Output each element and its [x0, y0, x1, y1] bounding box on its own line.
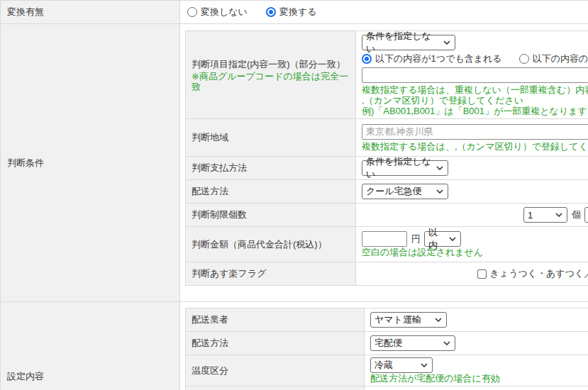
settings-method-row: 配送方法 宅配便 — [186, 332, 588, 355]
carrier-select-value: ヤマト運輸 — [375, 313, 421, 326]
shipping-method-label: 配送方法 — [192, 185, 350, 198]
chevron-down-icon — [555, 213, 562, 217]
asuraku-label: 判断あす楽フラグ — [192, 267, 350, 280]
next-row-cutoff — [186, 386, 588, 390]
amount-comparator-select[interactable]: 以内 — [424, 231, 461, 247]
region-input[interactable] — [362, 124, 588, 140]
conversion-yes-label[interactable]: 変換する — [279, 6, 317, 18]
quantity-select-value: 1 — [528, 210, 533, 221]
region-help: 複数指定する場合は、,（カンマ区切り）で登録してください — [362, 141, 588, 152]
settings-method-select-value: 宅配便 — [375, 337, 402, 350]
conversion-no-option[interactable]: 変換しない — [187, 6, 248, 18]
chevron-down-icon — [435, 318, 442, 322]
settings-method-label: 配送方法 — [192, 337, 358, 350]
shipping-method-select[interactable]: クール宅急便 — [362, 184, 448, 199]
settings-section-label: 設定内容 — [1, 302, 180, 390]
chevron-down-icon — [443, 341, 450, 345]
payment-row: 判断支払方法 条件を指定しない — [186, 157, 588, 180]
judgment-section-row: 判断条件 判断項目指定(内容一致)（部分一致） ※商品グループコードの場合は完全… — [1, 24, 588, 302]
conversion-label: 変換有無 — [1, 1, 180, 23]
item-spec-select[interactable]: 条件を指定しない — [362, 35, 455, 50]
amount-row: 判断金額（商品代金合計(税込)） 円 以内 空白の場合は設定されません — [186, 227, 588, 262]
region-label: 判断地域 — [192, 131, 350, 144]
judgment-section-label: 判断条件 — [1, 24, 180, 301]
asuraku-checkbox[interactable] — [477, 269, 487, 279]
temperature-select-value: 冷蔵 — [375, 359, 393, 372]
item-spec-select-value: 条件を指定しない — [366, 30, 440, 55]
quantity-comparator-select[interactable]: 以上 — [584, 207, 588, 223]
item-spec-label-note: ※商品グループコードの場合は完全一致 — [192, 71, 350, 92]
match-any-label[interactable]: 以下の内容が1つでも含まれる — [375, 52, 502, 65]
temperature-row: 温度区分 冷蔵 配送方法が宅配便の場合に有効 — [186, 355, 588, 386]
judgment-table: 判断項目指定(内容一致)（部分一致） ※商品グループコードの場合は完全一致 条件… — [185, 30, 588, 286]
amount-input[interactable] — [362, 231, 407, 247]
chevron-down-icon — [449, 237, 456, 241]
payment-label: 判断支払方法 — [192, 162, 350, 174]
chevron-down-icon — [421, 363, 428, 367]
carrier-select[interactable]: ヤマト運輸 — [370, 312, 447, 328]
quantity-unit: 個 — [572, 208, 581, 221]
carrier-label: 配送業者 — [192, 313, 358, 326]
temperature-label: 温度区分 — [192, 364, 358, 377]
match-any-radio[interactable] — [362, 54, 372, 64]
item-spec-input[interactable] — [362, 67, 588, 83]
quantity-select[interactable]: 1 — [523, 207, 567, 223]
chevron-down-icon — [436, 189, 443, 194]
settings-section-row: 設定内容 配送業者 ヤマト運輸 配送方法 宅配便 — [1, 302, 588, 390]
quantity-row: 判断制限個数 1 個 以上 — [186, 204, 588, 227]
shipping-method-select-value: クール宅急便 — [366, 185, 422, 198]
asuraku-row: 判断あす楽フラグ きょうつく・あすつく／あす楽／お急ぎ便 — [186, 262, 588, 285]
item-spec-help-2: ,（カンマ区切り）で登録してください — [362, 95, 588, 106]
chevron-down-icon — [436, 166, 443, 170]
payment-select[interactable]: 条件を指定しない — [362, 160, 448, 176]
item-spec-help-1: 複数指定する場合は、重複しない（一部重複含む）内容を — [362, 84, 588, 95]
conversion-yes-option[interactable]: 変換する — [266, 6, 317, 18]
region-row: 判断地域 複数指定する場合は、,（カンマ区切り）で登録してください — [186, 119, 588, 157]
quantity-label: 判断制限個数 — [192, 208, 350, 221]
amount-unit: 円 — [411, 233, 421, 245]
match-only-radio[interactable] — [519, 54, 529, 64]
item-spec-row: 判断項目指定(内容一致)（部分一致） ※商品グループコードの場合は完全一致 条件… — [186, 31, 588, 119]
item-spec-help-3: 例)「AB001,B001」は「B001」が一部重複となります — [362, 106, 588, 116]
shipping-method-row: 配送方法 クール宅急便 — [186, 180, 588, 204]
amount-help: 空白の場合は設定されません — [362, 247, 588, 257]
temperature-help: 配送方法が宅配便の場合に有効 — [370, 373, 588, 384]
amount-label: 判断金額（商品代金合計(税込)） — [192, 238, 350, 251]
settings-form-table: 変換有無 変換しない 変換する 判断条件 判断項目指定(内容一致)（部分一致） … — [0, 0, 588, 390]
temperature-select[interactable]: 冷蔵 — [370, 357, 433, 373]
match-any-option[interactable]: 以下の内容が1つでも含まれる — [362, 52, 502, 65]
settings-method-select[interactable]: 宅配便 — [370, 335, 455, 351]
item-spec-label: 判断項目指定(内容一致)（部分一致） — [192, 58, 350, 71]
match-only-option[interactable]: 以下の内容のみ — [519, 52, 588, 65]
payment-select-value: 条件を指定しない — [366, 155, 433, 181]
asuraku-checkbox-label[interactable]: きょうつく・あすつく／あす楽／お急ぎ便 — [490, 267, 588, 280]
conversion-row: 変換有無 変換しない 変換する — [1, 1, 588, 24]
settings-table: 配送業者 ヤマト運輸 配送方法 宅配便 — [185, 308, 588, 390]
conversion-yes-radio[interactable] — [266, 7, 276, 17]
chevron-down-icon — [443, 40, 450, 45]
carrier-row: 配送業者 ヤマト運輸 — [186, 308, 588, 332]
conversion-no-radio[interactable] — [187, 7, 197, 17]
match-only-label[interactable]: 以下の内容のみ — [533, 52, 588, 65]
conversion-no-label[interactable]: 変換しない — [201, 6, 248, 18]
